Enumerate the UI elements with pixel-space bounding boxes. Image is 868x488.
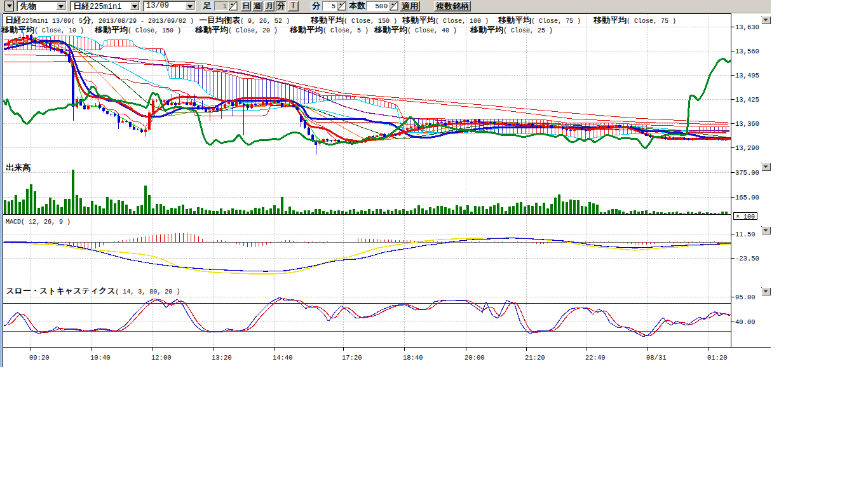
svg-text:13,560: 13,560 — [735, 48, 759, 55]
svg-text:13,630: 13,630 — [735, 24, 759, 31]
svg-text:01:20: 01:20 — [707, 354, 728, 362]
svg-text:13,425: 13,425 — [735, 96, 759, 104]
svg-text:13,495: 13,495 — [735, 72, 759, 79]
svg-text:14:40: 14:40 — [273, 354, 293, 362]
svg-text:13,360: 13,360 — [735, 120, 759, 128]
svg-text:18:40: 18:40 — [403, 354, 423, 362]
svg-text:22:40: 22:40 — [585, 354, 606, 362]
svg-text:13,290: 13,290 — [735, 144, 759, 152]
svg-text:375.00: 375.00 — [735, 169, 759, 177]
svg-text:12:00: 12:00 — [151, 354, 172, 362]
svg-text:-23.50: -23.50 — [735, 255, 759, 262]
svg-text:165.00: 165.00 — [735, 194, 759, 201]
svg-text:40.00: 40.00 — [735, 318, 756, 326]
svg-text:17:20: 17:20 — [342, 354, 362, 362]
svg-text:95.00: 95.00 — [735, 294, 756, 301]
svg-text:× 100: × 100 — [736, 214, 755, 220]
svg-text:09:20: 09:20 — [29, 354, 50, 362]
svg-text:10:40: 10:40 — [90, 354, 111, 362]
svg-text:13:20: 13:20 — [212, 354, 232, 362]
svg-text:11.50: 11.50 — [735, 231, 756, 238]
svg-text:08/31: 08/31 — [646, 354, 667, 362]
svg-text:21:20: 21:20 — [525, 354, 545, 362]
svg-text:20:00: 20:00 — [465, 354, 485, 362]
